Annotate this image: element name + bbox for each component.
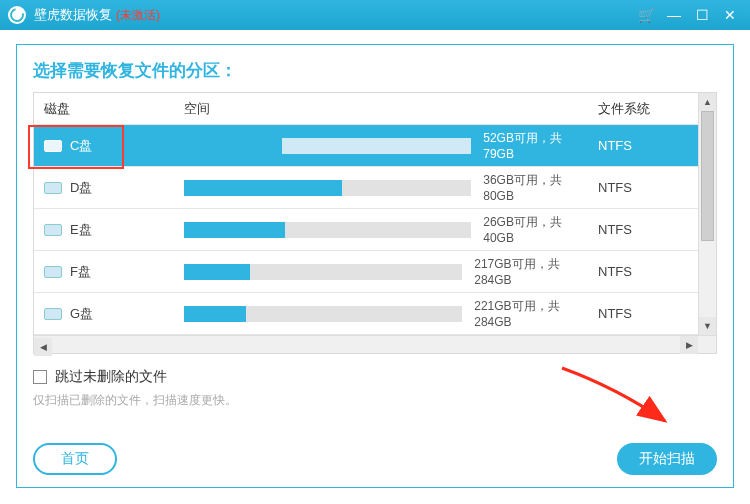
fs-label: NTFS	[588, 222, 698, 237]
fs-label: NTFS	[588, 306, 698, 321]
table-row[interactable]: C盘52GB可用，共79GBNTFS	[34, 125, 698, 167]
scroll-thumb[interactable]	[701, 111, 714, 241]
usage-bar	[184, 138, 471, 154]
vertical-scrollbar[interactable]: ▲ ▼	[698, 93, 716, 335]
not-activated-label[interactable]: (未激活)	[116, 7, 160, 24]
disk-icon	[44, 140, 62, 152]
col-fs-header[interactable]: 文件系统	[588, 100, 698, 118]
page-heading: 选择需要恢复文件的分区：	[33, 59, 717, 82]
table-row[interactable]: E盘26GB可用，共40GBNTFS	[34, 209, 698, 251]
col-space-header[interactable]: 空间	[174, 100, 588, 118]
skip-label: 跳过未删除的文件	[55, 368, 167, 386]
main-panel: 选择需要恢复文件的分区： 磁盘 空间 文件系统 C盘52GB可用，共79GBNT…	[16, 44, 734, 488]
disk-icon	[44, 266, 62, 278]
scroll-left-icon[interactable]: ◀	[34, 338, 52, 356]
maximize-button[interactable]: ☐	[690, 3, 714, 27]
usage-bar	[184, 180, 471, 196]
partition-table: 磁盘 空间 文件系统 C盘52GB可用，共79GBNTFSD盘36GB可用，共8…	[33, 92, 717, 354]
app-logo-icon	[8, 6, 26, 24]
skip-deleted-option[interactable]: 跳过未删除的文件	[33, 368, 717, 386]
disk-name: G盘	[70, 305, 93, 323]
disk-name: F盘	[70, 263, 91, 281]
space-text: 36GB可用，共80GB	[483, 172, 588, 203]
home-button[interactable]: 首页	[33, 443, 117, 475]
table-row[interactable]: F盘217GB可用，共284GBNTFS	[34, 251, 698, 293]
bottom-bar: 首页 开始扫描	[33, 443, 717, 475]
start-scan-button[interactable]: 开始扫描	[617, 443, 717, 475]
disk-icon	[44, 308, 62, 320]
disk-icon	[44, 224, 62, 236]
space-text: 26GB可用，共40GB	[483, 214, 588, 245]
cart-icon[interactable]: 🛒	[634, 3, 658, 27]
col-disk-header[interactable]: 磁盘	[34, 100, 174, 118]
table-body: C盘52GB可用，共79GBNTFSD盘36GB可用，共80GBNTFSE盘26…	[34, 125, 716, 335]
scroll-right-icon[interactable]: ▶	[680, 336, 698, 354]
disk-icon	[44, 182, 62, 194]
skip-checkbox[interactable]	[33, 370, 47, 384]
table-row[interactable]: D盘36GB可用，共80GBNTFS	[34, 167, 698, 209]
close-button[interactable]: ✕	[718, 3, 742, 27]
space-text: 52GB可用，共79GB	[483, 130, 588, 161]
fs-label: NTFS	[588, 138, 698, 153]
skip-hint: 仅扫描已删除的文件，扫描速度更快。	[33, 392, 717, 409]
titlebar: 壁虎数据恢复 (未激活) 🛒 — ☐ ✕	[0, 0, 750, 30]
table-row[interactable]: G盘221GB可用，共284GBNTFS	[34, 293, 698, 335]
fs-label: NTFS	[588, 180, 698, 195]
fs-label: NTFS	[588, 264, 698, 279]
space-text: 221GB可用，共284GB	[474, 298, 588, 329]
minimize-button[interactable]: —	[662, 3, 686, 27]
horizontal-scrollbar[interactable]: ◀ ▶	[34, 335, 716, 353]
app-title: 壁虎数据恢复	[34, 6, 112, 24]
scroll-down-icon[interactable]: ▼	[699, 317, 716, 335]
space-text: 217GB可用，共284GB	[474, 256, 588, 287]
disk-name: E盘	[70, 221, 92, 239]
table-header: 磁盘 空间 文件系统	[34, 93, 716, 125]
disk-name: D盘	[70, 179, 92, 197]
scroll-up-icon[interactable]: ▲	[699, 93, 716, 111]
disk-name: C盘	[70, 137, 92, 155]
usage-bar	[184, 306, 462, 322]
usage-bar	[184, 264, 462, 280]
usage-bar	[184, 222, 471, 238]
